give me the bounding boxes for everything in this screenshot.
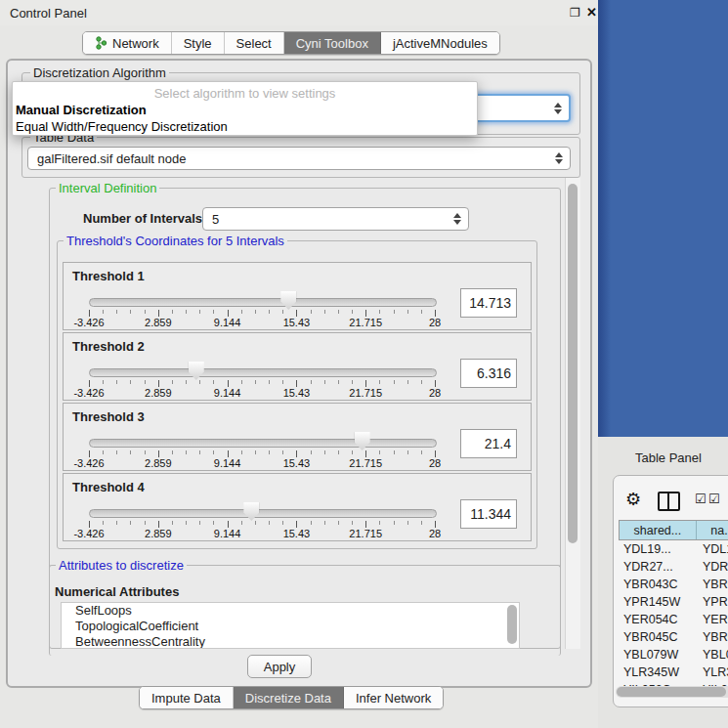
tick-label: 15.43 — [283, 387, 311, 399]
table-row[interactable]: YLR345WYLR3 — [619, 664, 728, 681]
scrollbar-thumb[interactable] — [568, 184, 578, 543]
threshold-block-3: Threshold 3-3.4262.8599.14415.4321.71528… — [63, 403, 532, 471]
attribute-item-topologicalcoefficient[interactable]: TopologicalCoefficient — [62, 619, 519, 634]
slider-ticks — [89, 380, 436, 386]
slider-track[interactable] — [89, 509, 437, 518]
cell-shared-name: YPR145W — [619, 593, 697, 611]
checkbox-icon[interactable]: ☑ — [695, 492, 707, 506]
table-row[interactable]: YBL079WYBL0 — [619, 646, 728, 664]
slider-track[interactable] — [89, 368, 437, 377]
top-tab-bar: NetworkStyleSelectCyni ToolboxjActiveMNo… — [82, 31, 500, 55]
major-tick — [89, 310, 90, 317]
tick-label: -3.426 — [73, 528, 104, 539]
attribute-item-betweennesscentrality[interactable]: BetweennessCentrality — [62, 634, 519, 649]
discretization-algorithm-label: Discretization Algorithm — [30, 65, 169, 80]
combo-stepper-icon[interactable] — [453, 213, 461, 225]
cell-shared-name: YBL079W — [619, 646, 697, 664]
popup-item-manual-discretization[interactable]: Manual Discretization — [13, 102, 477, 118]
tab-label: Impute Data — [151, 691, 221, 706]
apply-button[interactable]: Apply — [247, 655, 312, 678]
tick-label: 2.859 — [145, 528, 172, 539]
cell-name: YLR3 — [697, 664, 728, 681]
float-window-icon[interactable]: ❐ — [570, 6, 580, 20]
tick-label: 2.859 — [145, 457, 172, 469]
tab-jactivemnodules[interactable]: jActiveMNodules — [381, 32, 499, 54]
tab-label: Infer Network — [356, 691, 431, 706]
cell-shared-name: YBR045C — [619, 628, 697, 646]
cell-name: YBR0 — [697, 628, 728, 646]
cell-name: YDL1 — [697, 540, 728, 558]
major-tick — [296, 521, 297, 528]
major-tick — [158, 380, 159, 387]
numerical-attributes-label: Numerical Attributes — [55, 584, 179, 599]
tick-label: 15.43 — [283, 457, 311, 469]
table-header-row: shared...na... — [619, 520, 728, 540]
threshold-label: Threshold 2 — [72, 339, 145, 354]
tick-label: -3.426 — [73, 387, 104, 399]
close-icon[interactable]: ✕ — [586, 5, 597, 20]
slider-thumb[interactable] — [280, 291, 296, 310]
checkbox-icon[interactable]: ☑ — [708, 492, 720, 506]
table-horizontal-scrollbar[interactable] — [616, 686, 728, 698]
interval-definition-label: Interval Definition — [56, 181, 159, 195]
tick-label: -3.426 — [73, 457, 104, 469]
numerical-attributes-list[interactable]: SelfLoopsTopologicalCoefficientBetweenne… — [61, 602, 520, 649]
combo-stepper-icon[interactable] — [555, 152, 563, 164]
number-of-intervals-combobox[interactable]: 5 — [202, 207, 469, 231]
tab-network[interactable]: Network — [83, 32, 172, 54]
column-header-na-[interactable]: na... — [697, 521, 728, 539]
table-row[interactable]: YDL19...YDL1 — [619, 540, 728, 558]
threshold-label: Threshold 1 — [72, 269, 145, 283]
tab-select[interactable]: Select — [225, 32, 284, 54]
major-tick — [228, 380, 229, 387]
major-tick — [365, 310, 366, 317]
combo-stepper-icon[interactable] — [554, 103, 562, 114]
slider-track[interactable] — [89, 439, 437, 448]
tab-style[interactable]: Style — [172, 32, 225, 54]
attribute-item-selfloops[interactable]: SelfLoops — [62, 603, 519, 619]
gear-icon[interactable]: ⚙ — [625, 489, 641, 510]
threshold-value-field[interactable]: 14.713 — [460, 288, 517, 318]
threshold-value-field[interactable]: 21.4 — [460, 429, 517, 458]
major-tick — [89, 380, 90, 387]
cell-name: YER0 — [697, 611, 728, 628]
tab-infer-network[interactable]: Infer Network — [344, 687, 443, 708]
table-row[interactable]: YBR043CYBR0 — [619, 576, 728, 593]
major-tick — [228, 521, 229, 528]
table-panel-title: Table Panel — [635, 450, 702, 465]
tab-discretize-data[interactable]: Discretize Data — [234, 687, 344, 708]
table-row[interactable]: YBR045CYBR0 — [619, 628, 728, 646]
threshold-value-field[interactable]: 11.344 — [460, 499, 517, 529]
attributes-group-label: Attributes to discretize — [56, 558, 187, 573]
major-tick — [228, 310, 229, 317]
tick-label: 21.715 — [349, 317, 382, 328]
table-row[interactable]: YER054CYER0 — [619, 611, 728, 628]
column-header-shared-[interactable]: shared... — [620, 521, 697, 539]
major-tick — [158, 310, 159, 317]
major-tick — [89, 521, 90, 528]
popup-item-equal-width-frequency-discretization[interactable]: Equal Width/Frequency Discretization — [13, 118, 477, 135]
slider-thumb[interactable] — [355, 432, 370, 450]
tick-label: 9.144 — [214, 457, 241, 469]
slider-track[interactable] — [89, 298, 437, 307]
slider-thumb[interactable] — [189, 362, 204, 380]
table-data-combobox[interactable]: galFiltered.sif default node — [27, 147, 571, 170]
scrollbar-thumb[interactable] — [617, 687, 726, 697]
tick-label: 21.715 — [349, 387, 382, 399]
table-row[interactable]: YDR27...YDR2 — [619, 558, 728, 576]
table-row[interactable]: YPR145WYPR1 — [619, 593, 728, 611]
cell-name: YPR1 — [697, 593, 728, 611]
split-columns-icon[interactable] — [658, 492, 680, 511]
threshold-block-2: Threshold 2-3.4262.8599.14415.4321.71528… — [63, 332, 532, 401]
slider-thumb[interactable] — [243, 502, 259, 521]
list-scrollbar[interactable] — [507, 605, 517, 644]
major-tick — [89, 450, 90, 457]
tick-label: 28 — [429, 457, 441, 469]
tab-cyni-toolbox[interactable]: Cyni Toolbox — [284, 32, 381, 54]
tab-impute-data[interactable]: Impute Data — [140, 687, 234, 708]
cell-shared-name: YLR345W — [619, 664, 697, 681]
threshold-block-1: Threshold 1-3.4262.8599.14415.4321.71528… — [63, 262, 532, 330]
threshold-value-field[interactable]: 6.316 — [460, 359, 517, 388]
tick-label: 15.43 — [283, 317, 311, 328]
panel-vertical-scrollbar[interactable] — [565, 178, 580, 649]
